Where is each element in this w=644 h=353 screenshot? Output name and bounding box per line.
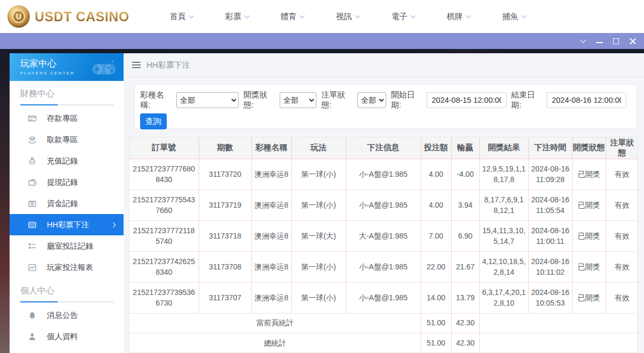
table-cell: 31173718 [199,220,251,251]
table-cell: 大-A盤@1.985 [346,220,421,251]
column-header: 開獎狀態 [572,137,606,159]
sidebar-item-label: 充值記錄 [47,156,78,166]
minimize-icon [596,42,603,43]
table-cell: 22.00 [421,251,451,282]
sidebar-section-title: 財務中心 [20,88,114,104]
site-logo[interactable]: U USDT CASINO [7,5,129,28]
sidebar-item[interactable]: 資金記錄 [10,193,124,214]
summary-label: 總統計 [129,333,421,352]
nav-item[interactable]: 體育 [265,12,320,22]
nav-item[interactable]: 視訊 [320,12,376,22]
nav-item-label: 視訊 [336,12,352,22]
sidebar-item[interactable]: 廳室投註記錄 [10,235,124,257]
table-cell: 7.00 [421,220,451,251]
table-row: 215217237742625834031173708澳洲幸运8第一球(小)小-… [129,251,638,282]
table-cell: 2024-08-16 11:05:54 [528,190,572,220]
sidebar-item[interactable]: HH彩票下注 [10,214,124,235]
table-cell: 第一球(大) [291,220,346,251]
sidebar-item-label: 存款專區 [47,113,78,124]
close-button[interactable] [624,33,641,49]
end-date-input[interactable] [547,92,626,108]
lottery-select[interactable]: 全部 [176,92,239,108]
table-cell: 2024-08-16 11:09:28 [528,159,572,190]
sidebar-item[interactable]: 玩家投注報表 [10,257,124,278]
table-cell: 有效 [606,251,638,282]
table-cell: 2152172377426258340 [129,251,199,282]
table-cell: 澳洲幸运8 [251,220,291,251]
logo-text: USDT CASINO [35,9,129,24]
search-button[interactable]: 查詢 [140,113,167,129]
chevron-down-icon [521,13,526,18]
table-cell: 21.67 [451,251,479,282]
draw-status-select[interactable]: 全部 [280,92,316,108]
sidebar-item-label: 資金記錄 [47,199,78,209]
minimize-button[interactable] [591,33,608,49]
table-cell: 31173708 [199,251,251,282]
table-cell: 第一球(小) [291,282,346,313]
sidebar-item[interactable]: 提現記錄 [10,171,124,193]
end-date-group: 結束日期: [511,90,626,110]
collapse-button[interactable] [575,33,591,49]
clipboard-list-icon [28,242,37,251]
sidebar-item[interactable]: 存款專區 [10,108,124,129]
close-icon [629,38,636,45]
column-header: 彩種名稱 [251,137,291,159]
start-date-group: 開始日期: [391,90,506,110]
filter-panel: 彩種名稱: 全部 開獎狀態: 全部 注單狀態: 全部 開始日期: 結束日期: [134,84,637,129]
bell-icon [28,311,37,320]
sidebar-item-label: 廳室投註記錄 [47,241,93,251]
table-cell: 澳洲幸运8 [251,190,291,220]
top-nav-bar: U USDT CASINO 首頁彩票體育視訊電子棋牌捕魚 [0,0,644,33]
table-cell: 31173707 [199,282,251,313]
maximize-button[interactable] [608,33,624,49]
summary-bet-total: 51.00 [421,313,451,333]
sidebar-item[interactable]: 個人資料 [10,326,124,347]
table-cell: 2024-08-16 11:00:11 [528,220,572,251]
nav-item-label: 彩票 [225,12,241,22]
order-status-filter-group: 注單狀態: 全部 [321,90,386,110]
table-cell: 小-A盤@1.985 [346,251,421,282]
chevron-down-icon [466,13,471,18]
column-header: 輸贏 [451,137,479,159]
nav-item[interactable]: 棋牌 [431,12,486,22]
sidebar-item-label: 消息公告 [47,310,78,321]
summary-empty-cell [479,313,638,333]
sidebar-item[interactable]: 充值記錄 [10,150,124,171]
sidebar-item-label: 取款專區 [47,135,78,145]
start-date-input[interactable] [427,92,507,108]
summary-label: 當前頁統計 [129,313,421,333]
table-row: 215217237777680843031173720澳洲幸运8第一球(小)小-… [129,159,638,190]
draw-status-filter-group: 開獎狀態: 全部 [243,90,316,110]
app-window: 玩家中心 PLAYERS CENTER 財務中心存款專區取款專區充值記錄提現記錄… [0,49,644,353]
nav-item[interactable]: 電子 [376,12,431,22]
maximize-icon [613,38,619,44]
summary-empty-cell [479,333,638,352]
table-cell: 2152172377776808430 [129,159,199,190]
hamburger-menu-icon[interactable] [132,62,141,68]
table-cell: 6.90 [451,220,479,251]
table-cell: 8,17,7,6,9,18,12,1 [479,190,528,220]
summary-row: 當前頁統計51.0042.30 [129,313,638,333]
nav-item-label: 捕魚 [502,12,518,22]
order-status-label: 注單狀態: [321,90,355,110]
end-date-label: 結束日期: [511,90,544,110]
order-status-select[interactable]: 全部 [357,92,386,108]
table-cell: 14.00 [421,282,451,313]
sidebar-item[interactable]: 消息公告 [10,305,124,326]
breadcrumb: HH彩票下注 [146,60,190,70]
table-cell: 小-A盤@1.985 [346,190,421,220]
column-header: 開獎結果 [479,137,528,159]
sidebar-sections: 財務中心存款專區取款專區充值記錄提現記錄資金記錄HH彩票下注廳室投註記錄玩家投注… [10,88,124,347]
nav-item[interactable]: 捕魚 [486,12,542,22]
nav-item[interactable]: 首頁 [154,12,209,22]
section-underline [20,104,114,105]
filter-row: 彩種名稱: 全部 開獎狀態: 全部 注單狀態: 全部 開始日期: 結束日期: [140,90,631,110]
table-cell: 2152172377395366730 [129,282,199,313]
wallet-icon [28,178,37,187]
nav-item[interactable]: 彩票 [209,12,265,22]
withdraw-hand-icon [28,135,37,144]
chevron-down-icon [299,13,305,18]
sidebar-item[interactable]: 取款專區 [10,129,124,150]
table-cell: 第一球(小) [291,251,346,282]
sidebar-item-label: 提現記錄 [47,177,78,187]
